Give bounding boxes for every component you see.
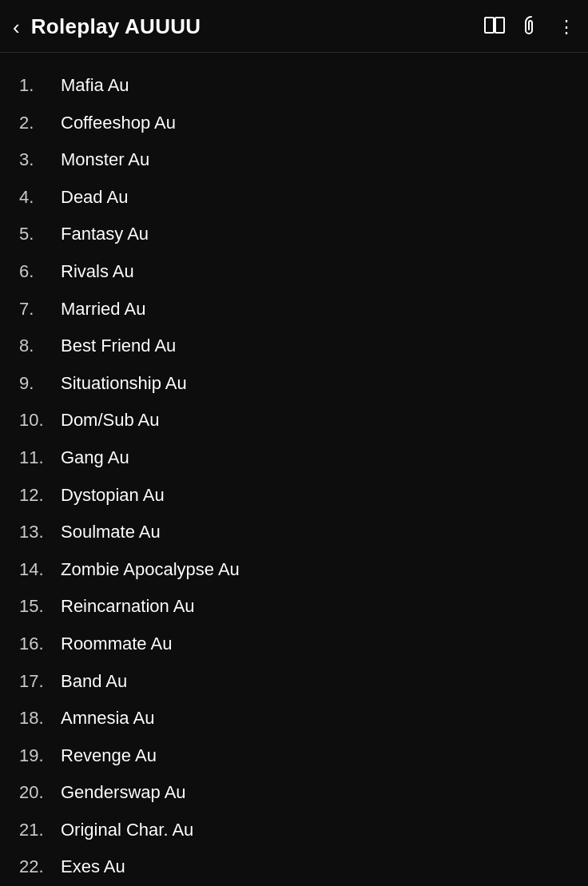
list-text: Coffeeshop Au (61, 112, 176, 135)
list-text: Dom/Sub Au (61, 409, 160, 432)
list-number: 2. (19, 112, 61, 135)
list-number: 13. (19, 521, 61, 544)
page-title: Roleplay AUUUU (31, 14, 484, 39)
list-text: Soulmate Au (61, 521, 161, 544)
list-item: 10.Dom/Sub Au (19, 402, 569, 439)
list-item: 4.Dead Au (19, 179, 569, 217)
list-text: Band Au (61, 670, 127, 693)
list-item: 5.Fantasy Au (19, 216, 569, 253)
svg-rect-1 (495, 18, 504, 33)
back-button[interactable]: ‹ (13, 17, 20, 38)
list-text: Reincarnation Au (61, 595, 195, 618)
app-header: ‹ Roleplay AUUUU ⋮ (0, 0, 588, 53)
list-item: 17.Band Au (19, 663, 569, 701)
list-text: Dead Au (61, 186, 128, 209)
list-number: 7. (19, 298, 61, 321)
list-text: Married Au (61, 298, 145, 321)
list-number: 17. (19, 670, 61, 693)
list-number: 21. (19, 819, 61, 842)
more-options-icon[interactable]: ⋮ (558, 18, 575, 36)
header-icons: ⋮ (484, 15, 575, 39)
list-number: 9. (19, 372, 61, 395)
edit-icon[interactable] (522, 15, 540, 39)
list-item: 13.Soulmate Au (19, 514, 569, 551)
list-number: 11. (19, 447, 61, 470)
list-content: 1.Mafia Au2.Coffeeshop Au3.Monster Au4.D… (0, 53, 588, 886)
list-number: 6. (19, 260, 61, 284)
list-item: 15.Reincarnation Au (19, 588, 569, 626)
list-number: 1. (19, 74, 61, 97)
list-text: Fantasy Au (61, 223, 149, 246)
list-text: Mafia Au (61, 74, 129, 97)
list-item: 16.Roommate Au (19, 626, 569, 663)
list-item: 20.Genderswap Au (19, 774, 569, 812)
list-number: 18. (19, 707, 61, 730)
list-number: 8. (19, 335, 61, 358)
list-text: Original Char. Au (61, 819, 193, 842)
list-text: Rivals Au (61, 260, 134, 284)
list-number: 3. (19, 149, 61, 172)
list-item: 6.Rivals Au (19, 253, 569, 291)
list-number: 5. (19, 223, 61, 246)
list-number: 22. (19, 856, 61, 879)
list-number: 16. (19, 633, 61, 656)
list-item: 19.Revenge Au (19, 737, 569, 775)
list-text: Gang Au (61, 447, 129, 470)
list-item: 9.Situationship Au (19, 365, 569, 403)
list-item: 12.Dystopian Au (19, 477, 569, 515)
list-item: 3.Monster Au (19, 141, 569, 179)
list-text: Zombie Apocalypse Au (61, 558, 240, 582)
list-text: Best Friend Au (61, 335, 176, 358)
list-number: 12. (19, 484, 61, 507)
list-item: 18.Amnesia Au (19, 700, 569, 737)
list-text: Situationship Au (61, 372, 187, 395)
list-item: 8.Best Friend Au (19, 328, 569, 365)
list-text: Monster Au (61, 149, 149, 172)
list-item: 1.Mafia Au (19, 67, 569, 105)
list-text: Dystopian Au (61, 484, 165, 507)
list-number: 10. (19, 409, 61, 432)
book-icon[interactable] (484, 17, 505, 38)
list-item: 2.Coffeeshop Au (19, 105, 569, 142)
list-number: 20. (19, 781, 61, 805)
list-item: 22.Exes Au (19, 848, 569, 886)
list-number: 4. (19, 186, 61, 209)
svg-rect-0 (485, 18, 494, 33)
list-text: Exes Au (61, 856, 125, 879)
list-item: 21.Original Char. Au (19, 812, 569, 849)
list-number: 15. (19, 595, 61, 618)
list-item: 11.Gang Au (19, 439, 569, 477)
list-text: Amnesia Au (61, 707, 154, 730)
list-text: Roommate Au (61, 633, 172, 656)
list-number: 19. (19, 745, 61, 768)
list-item: 7.Married Au (19, 291, 569, 328)
list-number: 14. (19, 558, 61, 582)
list-text: Revenge Au (61, 745, 157, 768)
list-text: Genderswap Au (61, 781, 186, 805)
list-item: 14.Zombie Apocalypse Au (19, 551, 569, 589)
